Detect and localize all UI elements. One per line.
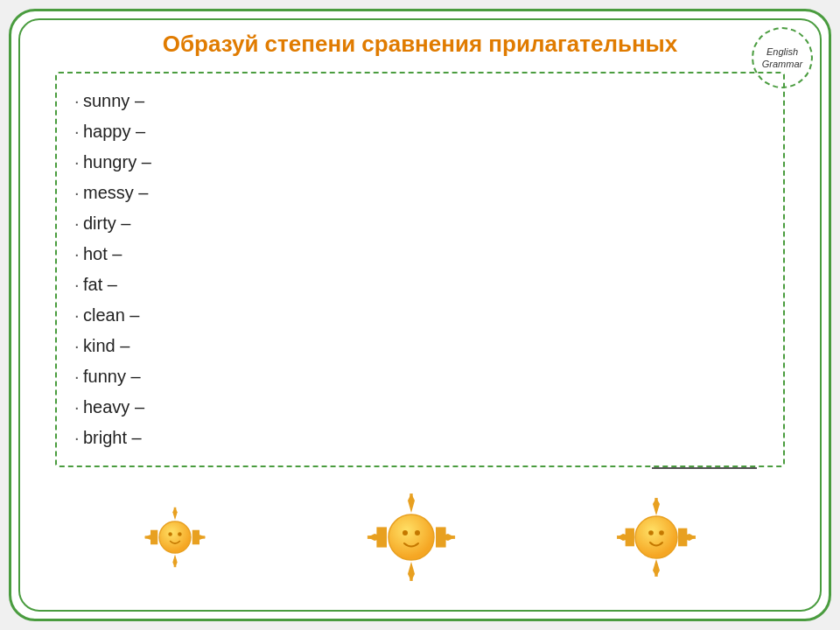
svg-point-19 (388, 514, 434, 560)
word-list: sunny –happy –hungry –messy –dirty –hot … (74, 86, 766, 453)
word-item-4: dirty – (74, 208, 766, 239)
word-item-6: fat – (74, 270, 766, 300)
badge-line2: Grammar (762, 58, 802, 70)
word-item-9: funny – (74, 361, 766, 392)
sun-left-icon (136, 498, 214, 577)
word-box: sunny –happy –hungry –messy –dirty –hot … (55, 72, 785, 467)
svg-point-31 (648, 530, 654, 536)
svg-point-8 (159, 522, 191, 553)
bottom-section (11, 476, 829, 607)
page-title: Образуй степени сравнения прилагательных (11, 11, 829, 72)
page-container: English Grammar Образуй степени сравнени… (9, 9, 831, 621)
word-item-3: messy – (74, 178, 766, 208)
word-item-0: sunny – (74, 86, 766, 116)
sun-center-icon (359, 485, 464, 590)
svg-point-10 (178, 532, 182, 536)
word-item-10: heavy – (74, 392, 766, 423)
svg-point-21 (415, 530, 420, 536)
badge-line1: English (766, 46, 798, 58)
underline-decoration (652, 467, 757, 469)
word-item-8: kind – (74, 331, 766, 361)
word-item-7: clean – (74, 300, 766, 331)
svg-point-9 (169, 532, 173, 536)
svg-point-30 (635, 516, 677, 558)
word-item-11: bright – (74, 423, 766, 453)
word-item-1: happy – (74, 116, 766, 147)
word-item-2: hungry – (74, 147, 766, 178)
svg-point-20 (402, 530, 408, 536)
svg-point-32 (659, 530, 664, 536)
sun-right-icon (608, 489, 704, 585)
word-item-5: hot – (74, 239, 766, 270)
